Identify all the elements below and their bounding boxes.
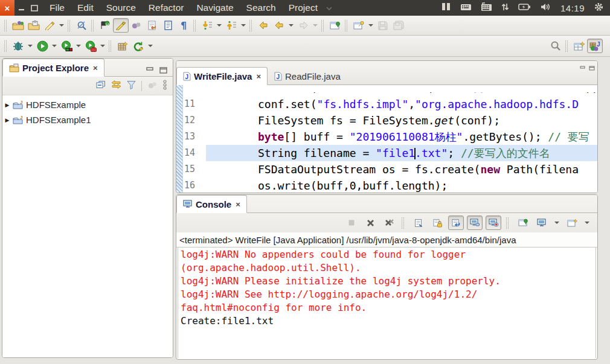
- close-view-icon[interactable]: ×: [93, 63, 98, 72]
- pin-editor-icon[interactable]: [327, 18, 343, 33]
- minimize-editor-icon[interactable]: [580, 62, 586, 73]
- open-console-dropdown[interactable]: [585, 222, 589, 224]
- menu-navigate[interactable]: Navigate: [196, 2, 233, 13]
- collab-spheres-icon[interactable]: [129, 18, 144, 33]
- menu-source[interactable]: Source: [106, 2, 136, 13]
- highlighter-pen-icon[interactable]: [42, 18, 57, 33]
- new-java-element-icon[interactable]: [115, 39, 130, 53]
- run-dropdown[interactable]: [52, 45, 57, 47]
- display-console-icon[interactable]: [534, 216, 550, 230]
- menu-edit[interactable]: Edit: [77, 2, 94, 13]
- show-stdout-icon[interactable]: [467, 216, 483, 230]
- show-stderr-icon[interactable]: [486, 216, 501, 230]
- run-external-tools-icon[interactable]: [83, 39, 98, 53]
- debug-dropdown[interactable]: [28, 45, 33, 47]
- search-icon[interactable]: [548, 39, 563, 53]
- hide-search-icon[interactable]: [74, 18, 89, 33]
- scroll-lock-icon[interactable]: [429, 216, 445, 230]
- previous-annotation-icon[interactable]: [223, 18, 239, 33]
- open-file-icon[interactable]: [26, 18, 42, 33]
- clear-console-icon[interactable]: [411, 216, 426, 230]
- new-editor-window-icon[interactable]: [351, 18, 367, 33]
- keyboard-icon[interactable]: [460, 2, 472, 13]
- refresh-dropdown[interactable]: [148, 45, 153, 47]
- filter-icon[interactable]: [127, 80, 136, 92]
- window-maximize-button[interactable]: [28, 0, 41, 16]
- volume-icon[interactable]: [540, 2, 551, 14]
- open-type-page-icon[interactable]: [160, 18, 176, 33]
- show-whitespace-icon[interactable]: ¶: [176, 18, 191, 33]
- run-coverage-dropdown[interactable]: [76, 45, 81, 47]
- new-editor-window-dropdown[interactable]: [368, 24, 373, 27]
- next-annotation-icon[interactable]: [199, 18, 215, 33]
- forward-icon[interactable]: [295, 18, 311, 33]
- window-close-button[interactable]: ×: [0, 0, 14, 16]
- display-console-dropdown[interactable]: [554, 222, 559, 224]
- open-perspective-icon[interactable]: [571, 39, 587, 53]
- collaboration-icon[interactable]: [147, 80, 157, 91]
- save-icon[interactable]: [375, 18, 391, 33]
- minimize-view-icon[interactable]: [146, 65, 154, 76]
- menu-refactor[interactable]: Refactor: [149, 2, 184, 13]
- menu-file[interactable]: File: [50, 2, 65, 13]
- console-output[interactable]: log4j:WARN No appenders could be found f…: [178, 247, 596, 358]
- java-perspective-icon[interactable]: J: [587, 39, 603, 53]
- onboard-keyboard-icon[interactable]: [481, 2, 492, 14]
- forward-dropdown[interactable]: [313, 24, 318, 27]
- tree-item-hdfsexample[interactable]: ▶JHDFSExample: [2, 97, 173, 112]
- session-gear-icon[interactable]: [594, 2, 604, 14]
- link-with-editor-icon[interactable]: [111, 80, 121, 91]
- close-console-icon[interactable]: ×: [236, 200, 240, 209]
- code-line-13[interactable]: 13byte[] buff = "201906110081杨柱".getByte…: [176, 129, 597, 145]
- code-line-11[interactable]: 11conf.set("fs.hdfs.impl","org.apache.ha…: [176, 96, 597, 112]
- code-line-15[interactable]: 15FSDataOutputStream os = fs.create(new …: [176, 161, 597, 177]
- pin-console-icon[interactable]: [515, 216, 531, 230]
- undo-arrow-icon[interactable]: [255, 18, 271, 33]
- save-all-icon[interactable]: [391, 18, 406, 33]
- previous-annotation-dropdown[interactable]: [241, 24, 246, 27]
- run-icon[interactable]: [34, 39, 50, 53]
- code-line-16[interactable]: 16os.write(buff,0,buff.length);: [176, 177, 597, 193]
- format-marker-icon[interactable]: [113, 18, 129, 33]
- debug-icon[interactable]: [10, 39, 26, 53]
- network-arrows-icon[interactable]: [501, 2, 509, 14]
- tab-readfile.java[interactable]: JReadFile.java: [268, 67, 347, 85]
- open-console-icon[interactable]: [564, 216, 580, 230]
- view-menu-icon[interactable]: [162, 80, 167, 92]
- collapse-all-icon[interactable]: [96, 80, 106, 92]
- project-tree[interactable]: ▶JHDFSExample▶JHDFSExample1: [2, 95, 173, 357]
- remove-all-launches-icon[interactable]: [381, 216, 397, 230]
- tree-item-hdfsexample1[interactable]: ▶JHDFSExample1: [2, 112, 173, 127]
- input-method-icon[interactable]: [441, 2, 451, 13]
- expand-arrow-icon[interactable]: ▶: [4, 117, 11, 123]
- menu-overflow-button[interactable]: [326, 2, 332, 13]
- last-edit-page-icon[interactable]: [144, 18, 160, 33]
- refresh-icon[interactable]: [130, 39, 146, 53]
- tab-writefile.java[interactable]: JWriteFile.java×: [176, 67, 268, 85]
- back-dropdown[interactable]: [289, 24, 294, 27]
- clock[interactable]: 14:19: [560, 3, 585, 13]
- tab-console[interactable]: Console ×: [176, 195, 247, 213]
- terminate-icon[interactable]: [344, 216, 359, 230]
- menu-search[interactable]: Search: [246, 2, 276, 13]
- code-editor[interactable]: 10conf.set("fs.default.name","hdfs://loc…: [176, 85, 597, 193]
- window-minimize-button[interactable]: [14, 0, 28, 16]
- code-line-14[interactable]: 14String filename = "file1.txt"; //要写入的文…: [176, 145, 597, 161]
- run-external-tools-dropdown[interactable]: [100, 45, 105, 47]
- code-line-12[interactable]: 12FileSystem fs = FileSystem.get(conf);: [176, 112, 597, 129]
- quick-diff-ruler[interactable]: [176, 85, 183, 193]
- battery-icon[interactable]: [518, 2, 531, 13]
- run-coverage-icon[interactable]: [59, 39, 74, 53]
- toolbar-drag-handle[interactable]: [4, 20, 7, 31]
- back-icon[interactable]: [271, 18, 287, 33]
- new-wizard-icon[interactable]: [10, 18, 26, 33]
- remove-launch-icon[interactable]: [362, 216, 378, 230]
- tab-project-explorer[interactable]: Project Explore ×: [2, 59, 104, 77]
- menu-project[interactable]: Project: [289, 2, 318, 13]
- maximize-editor-icon[interactable]: [589, 62, 595, 73]
- word-wrap-icon[interactable]: [448, 216, 464, 230]
- close-tab-icon[interactable]: ×: [256, 72, 261, 81]
- next-annotation-dropdown[interactable]: [217, 24, 222, 27]
- maximize-view-icon[interactable]: [159, 65, 167, 76]
- expand-arrow-icon[interactable]: ▶: [4, 102, 11, 108]
